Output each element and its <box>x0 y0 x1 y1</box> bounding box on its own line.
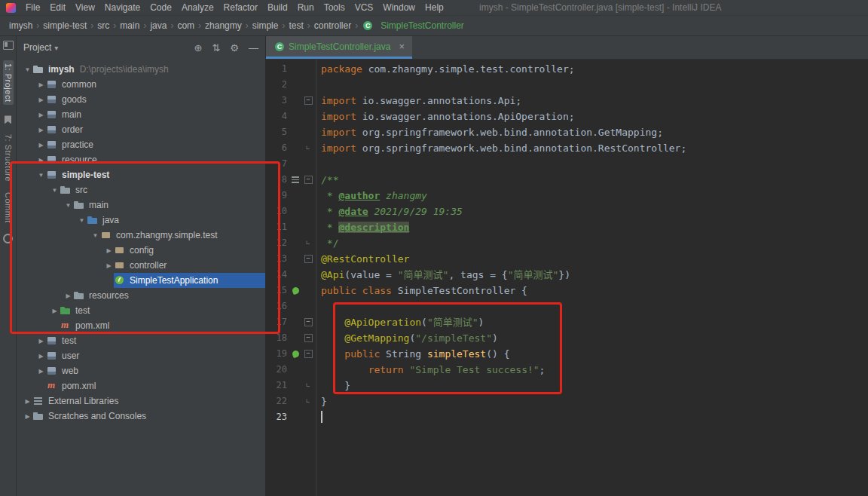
expand-arrow-icon[interactable]: ▶ <box>36 112 46 118</box>
stripe-item-1-project[interactable]: 1: Project <box>3 60 14 105</box>
fold-end-icon[interactable]: ∟ <box>306 235 310 251</box>
code-line-12[interactable]: 12∟ */ <box>266 235 868 251</box>
code-line-20[interactable]: 20 return "Simple Test success!"; <box>266 362 868 378</box>
fold-collapse-icon[interactable]: − <box>304 318 313 326</box>
breadcrumb-java[interactable]: java <box>148 20 168 31</box>
expand-arrow-icon[interactable]: ▶ <box>50 308 60 314</box>
tree-item-src[interactable]: ▼src <box>17 182 265 197</box>
expand-arrow-icon[interactable]: ▶ <box>36 368 46 375</box>
tree-item-java[interactable]: ▼java <box>17 213 265 228</box>
settings-icon[interactable]: ⚙ <box>230 42 239 54</box>
tree-item-web[interactable]: ▶web <box>17 363 265 378</box>
code-line-8[interactable]: 8−/** <box>266 172 868 188</box>
expand-arrow-icon[interactable]: ▶ <box>36 338 46 344</box>
breadcrumb-test[interactable]: test <box>287 20 304 31</box>
tree-item-config[interactable]: ▶config <box>17 243 265 258</box>
code-line-13[interactable]: 13−@RestController <box>266 251 868 267</box>
expand-arrow-icon[interactable]: ▶ <box>36 353 46 360</box>
code-line-7[interactable]: 7 <box>266 156 868 172</box>
expand-arrow-icon[interactable]: ▶ <box>63 292 73 299</box>
tree-item-test[interactable]: ▶test <box>17 303 265 318</box>
code-line-6[interactable]: 6∟import org.springframework.web.bind.an… <box>266 140 868 156</box>
stripe-item-7-structure[interactable]: 7: Structure <box>4 134 13 182</box>
code-line-22[interactable]: 22∟} <box>266 393 868 409</box>
expand-arrow-icon[interactable]: ▼ <box>36 172 46 179</box>
menu-file[interactable]: File <box>26 2 40 13</box>
menu-code[interactable]: Code <box>150 2 172 13</box>
menu-vcs[interactable]: VCS <box>355 2 374 13</box>
hide-icon[interactable]: — <box>249 42 258 54</box>
menu-help[interactable]: Help <box>425 2 444 13</box>
code-line-2[interactable]: 2 <box>266 77 868 93</box>
tree-item-test[interactable]: ▶test <box>17 333 265 348</box>
code-line-11[interactable]: 11 * @description <box>266 219 868 235</box>
menu-analyze[interactable]: Analyze <box>182 2 214 13</box>
expand-arrow-icon[interactable]: ▶ <box>36 142 46 148</box>
menu-build[interactable]: Build <box>267 2 288 13</box>
tree-item-common[interactable]: ▶common <box>17 77 265 92</box>
menu-navigate[interactable]: Navigate <box>105 2 140 13</box>
expand-arrow-icon[interactable]: ▶ <box>104 247 114 254</box>
fold-end-icon[interactable]: ∟ <box>306 378 310 393</box>
expand-arrow-icon[interactable]: ▶ <box>36 157 46 164</box>
project-panel-title[interactable]: Project <box>23 42 51 53</box>
tree-item-main[interactable]: ▶main <box>17 107 265 122</box>
chevron-down-icon[interactable]: ▾ <box>54 44 58 52</box>
code-editor[interactable]: 1package com.zhangmy.simple.test.control… <box>266 60 868 496</box>
expand-arrow-icon[interactable]: ▶ <box>36 96 46 103</box>
code-line-17[interactable]: 17− @ApiOperation("简单测试") <box>266 314 868 330</box>
tree-item-resources[interactable]: ▶resources <box>17 288 265 303</box>
expand-arrow-icon[interactable]: ▼ <box>77 217 87 224</box>
tree-item-simple-test[interactable]: ▼simple-test <box>17 167 265 182</box>
code-line-5[interactable]: 5import org.springframework.web.bind.ann… <box>266 124 868 140</box>
code-line-3[interactable]: 3−import io.swagger.annotations.Api; <box>266 93 868 109</box>
expand-arrow-icon[interactable]: ▶ <box>104 262 114 269</box>
expand-arrow-icon[interactable]: ▼ <box>23 66 32 73</box>
fold-end-icon[interactable]: ∟ <box>306 140 310 156</box>
fold-end-icon[interactable]: ∟ <box>306 393 310 409</box>
menu-tools[interactable]: Tools <box>324 2 345 13</box>
tree-item-simpletestapplication[interactable]: SimpleTestApplication <box>17 273 265 288</box>
code-line-16[interactable]: 16 <box>266 299 868 314</box>
locate-icon[interactable]: ⊕ <box>194 42 203 54</box>
tree-item-controller[interactable]: ▶controller <box>17 258 265 273</box>
stripe-item-commit[interactable]: Commit <box>4 192 13 223</box>
fold-collapse-icon[interactable]: − <box>304 176 313 184</box>
tree-item-main[interactable]: ▼main <box>17 197 265 213</box>
breadcrumb-imysh[interactable]: imysh <box>8 20 34 31</box>
code-line-4[interactable]: 4import io.swagger.annotations.ApiOperat… <box>266 109 868 124</box>
code-line-19[interactable]: 19− public String simpleTest() { <box>266 346 868 362</box>
tree-item-resource[interactable]: ▶resource <box>17 152 265 167</box>
tree-item-com-zhangmy-simple-test[interactable]: ▼com.zhangmy.simple.test <box>17 228 265 243</box>
tool-window-switcher-icon[interactable] <box>3 41 14 50</box>
fold-collapse-icon[interactable]: − <box>304 96 313 105</box>
code-line-18[interactable]: 18− @GetMapping("/simpleTest") <box>266 330 868 346</box>
breadcrumb-com[interactable]: com <box>176 20 196 31</box>
tree-item-user[interactable]: ▶user <box>17 348 265 363</box>
breadcrumb-simpletestcontroller[interactable]: SimpleTestController <box>360 20 466 32</box>
tree-item-external-libraries[interactable]: ▶External Libraries <box>17 393 265 409</box>
fold-collapse-icon[interactable]: − <box>304 350 313 358</box>
code-line-23[interactable]: 23 <box>266 409 868 425</box>
breadcrumb-zhangmy[interactable]: zhangmy <box>203 20 243 31</box>
expand-arrow-icon[interactable]: ▶ <box>36 81 46 88</box>
breadcrumb-simple-test[interactable]: simple-test <box>41 20 88 31</box>
expand-arrow-icon[interactable]: ▼ <box>90 232 100 239</box>
expand-arrow-icon[interactable]: ▶ <box>36 127 46 133</box>
code-line-15[interactable]: 15public class SimpleTestController { <box>266 283 868 299</box>
breadcrumb-src[interactable]: src <box>96 20 111 31</box>
expand-arrow-icon[interactable]: ▶ <box>23 413 32 420</box>
code-line-1[interactable]: 1package com.zhangmy.simple.test.control… <box>266 61 868 77</box>
code-line-10[interactable]: 10 * @date 2021/9/29 19:35 <box>266 204 868 219</box>
menu-refactor[interactable]: Refactor <box>224 2 258 13</box>
menu-edit[interactable]: Edit <box>50 2 66 13</box>
tree-item-pom-xml[interactable]: pom.xml <box>17 378 265 393</box>
fold-collapse-icon[interactable]: − <box>304 255 313 263</box>
commit-icon[interactable] <box>3 234 13 243</box>
tree-item-imysh[interactable]: ▼imyshD:\projects\idea\imysh <box>17 62 265 77</box>
editor-tab-simpletestcontroller[interactable]: SimpleTestController.java × <box>266 36 412 59</box>
breadcrumb-simple[interactable]: simple <box>251 20 280 31</box>
breadcrumb-controller[interactable]: controller <box>313 20 353 31</box>
expand-arrow-icon[interactable]: ▼ <box>63 202 73 209</box>
menu-view[interactable]: View <box>75 2 95 13</box>
